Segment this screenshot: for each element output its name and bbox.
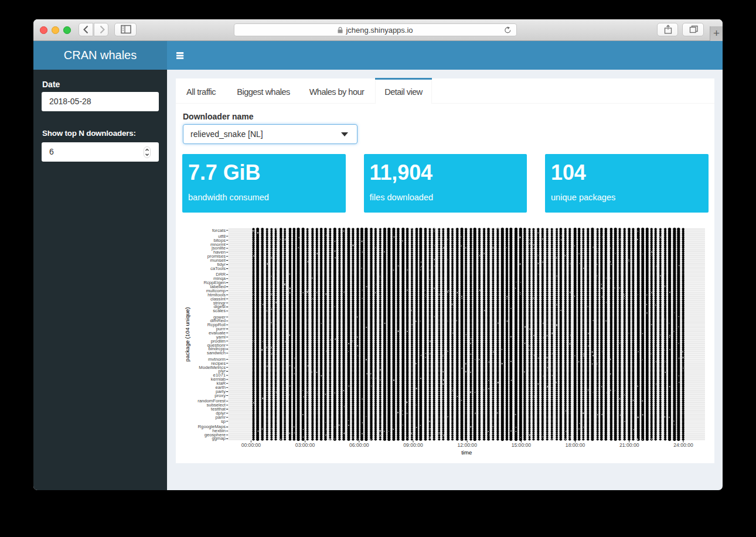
svg-text:09:00:00: 09:00:00 bbox=[403, 442, 423, 448]
svg-text:caTools: caTools bbox=[210, 266, 226, 271]
svg-text:06:00:00: 06:00:00 bbox=[349, 442, 369, 448]
svg-text:12:00:00: 12:00:00 bbox=[457, 442, 477, 448]
svg-text:scales: scales bbox=[213, 308, 226, 313]
svg-text:sp: sp bbox=[221, 419, 226, 424]
svg-text:time: time bbox=[461, 449, 472, 456]
svg-text:sandwich: sandwich bbox=[207, 350, 226, 355]
svg-text:15:00:00: 15:00:00 bbox=[512, 442, 532, 448]
svg-text:forcats: forcats bbox=[212, 228, 226, 233]
svg-text:21:00:00: 21:00:00 bbox=[619, 442, 639, 448]
svg-text:00:00:00: 00:00:00 bbox=[241, 442, 261, 448]
svg-text:proxy: proxy bbox=[214, 393, 226, 398]
svg-text:18:00:00: 18:00:00 bbox=[566, 442, 585, 448]
svg-text:ggmap: ggmap bbox=[212, 436, 226, 441]
svg-text:03:00:00: 03:00:00 bbox=[295, 442, 315, 448]
svg-text:package (104 unique): package (104 unique) bbox=[184, 307, 190, 362]
svg-text:24:00:00: 24:00:00 bbox=[673, 442, 693, 448]
